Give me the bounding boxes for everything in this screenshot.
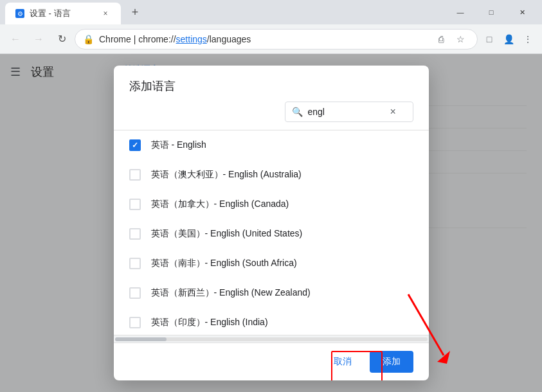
language-checkbox-en-us[interactable] xyxy=(129,228,141,240)
horizontal-scrollbar[interactable] xyxy=(114,335,429,343)
language-name-en-us: 英语（美国）- English (United States) xyxy=(151,228,303,240)
dialog-footer: 取消 添加 xyxy=(114,343,429,380)
navigation-bar: ← → ↻ 🔒 Chrome | chrome://settings/langu… xyxy=(0,24,542,54)
language-name-en-nz: 英语（新西兰）- English (New Zealand) xyxy=(151,287,311,299)
add-language-dialog: 添加语言 🔍 × 英语 - English xyxy=(114,66,429,380)
search-clear-button[interactable]: × xyxy=(390,106,396,118)
list-item[interactable]: 英语 - English xyxy=(114,130,429,160)
avatar-icon[interactable]: 👤 xyxy=(500,30,518,48)
language-checkbox-en[interactable] xyxy=(129,139,141,151)
title-bar: 设置 - 语言 × + — □ ✕ xyxy=(0,0,542,24)
dialog-search-area: 🔍 × xyxy=(114,102,429,130)
back-button[interactable]: ← xyxy=(5,29,26,49)
maximize-button[interactable]: □ xyxy=(476,2,506,22)
scrollbar-track xyxy=(115,337,428,341)
address-scheme: chrome:// xyxy=(138,34,176,44)
modal-overlay: 添加语言 🔍 × 英语 - English xyxy=(0,54,542,392)
language-checkbox-en-in[interactable] xyxy=(129,317,141,328)
dialog-title: 添加语言 xyxy=(114,66,429,102)
refresh-button[interactable]: ↻ xyxy=(51,29,72,49)
minimize-button[interactable]: — xyxy=(446,2,475,22)
browser-tab[interactable]: 设置 - 语言 × xyxy=(5,3,121,24)
language-name-en-ca: 英语（加拿大）- English (Canada) xyxy=(151,199,289,210)
new-tab-button[interactable]: + xyxy=(126,3,144,21)
cancel-button[interactable]: 取消 xyxy=(323,351,362,373)
language-name-en-za: 英语（南非）- English (South Africa) xyxy=(151,258,297,269)
browser-frame: 设置 - 语言 × + — □ ✕ ← → ↻ 🔒 Chrome | chrom… xyxy=(0,0,542,392)
language-name-en-au: 英语（澳大利亚）- English (Australia) xyxy=(151,169,302,181)
extensions-icon[interactable]: □ xyxy=(480,30,498,48)
language-name-en-in: 英语（印度）- English (India) xyxy=(151,317,268,328)
tab-title: 设置 - 语言 xyxy=(30,8,71,19)
address-path: /languages xyxy=(207,34,251,44)
title-bar-left: 设置 - 语言 × + xyxy=(5,0,144,24)
menu-icon[interactable]: ⋮ xyxy=(519,30,537,48)
address-text: Chrome | chrome://settings/languages xyxy=(99,34,427,44)
list-item[interactable]: 英语（美国）- English (United States) xyxy=(114,219,429,249)
toolbar-actions: □ 👤 ⋮ xyxy=(480,30,537,48)
address-bar[interactable]: 🔒 Chrome | chrome://settings/languages ⎙… xyxy=(75,29,478,49)
svg-marker-1 xyxy=(437,351,450,364)
address-settings: settings xyxy=(176,34,207,44)
forward-button[interactable]: → xyxy=(28,29,49,49)
list-item[interactable]: 英语（新西兰）- English (New Zealand) xyxy=(114,278,429,308)
search-icon: 🔍 xyxy=(292,107,303,117)
list-item[interactable]: 英语（印度）- English (India) xyxy=(114,308,429,335)
bookmark-icon[interactable]: ☆ xyxy=(451,30,469,48)
search-box[interactable]: 🔍 × xyxy=(285,102,413,122)
language-checkbox-en-nz[interactable] xyxy=(129,287,141,299)
tab-close-button[interactable]: × xyxy=(100,8,111,19)
list-item[interactable]: 英语（加拿大）- English (Canada) xyxy=(114,190,429,219)
add-button[interactable]: 添加 xyxy=(370,351,413,373)
tab-favicon xyxy=(15,9,24,18)
language-name-en: 英语 - English xyxy=(151,139,206,151)
scrollbar-thumb[interactable] xyxy=(115,337,167,341)
close-button[interactable]: ✕ xyxy=(507,2,537,22)
language-search-input[interactable] xyxy=(308,107,385,117)
language-list: 英语 - English 英语（澳大利亚）- English (Australi… xyxy=(114,130,429,335)
language-checkbox-en-ca[interactable] xyxy=(129,199,141,210)
window-controls: — □ ✕ xyxy=(446,2,537,22)
list-item[interactable]: 英语（澳大利亚）- English (Australia) xyxy=(114,160,429,190)
share-icon[interactable]: ⎙ xyxy=(432,30,450,48)
list-item[interactable]: 英语（南非）- English (South Africa) xyxy=(114,249,429,278)
address-chrome-label: Chrome xyxy=(99,34,131,44)
language-checkbox-en-au[interactable] xyxy=(129,169,141,181)
language-checkbox-en-za[interactable] xyxy=(129,258,141,269)
main-content: ☰ 设置 首选语言 网站会尽可能以您选择的第一种语言显示 1. 中文（简体） 2… xyxy=(0,54,542,392)
security-icon: 🔒 xyxy=(83,34,94,44)
address-actions: ⎙ ☆ xyxy=(432,30,469,48)
